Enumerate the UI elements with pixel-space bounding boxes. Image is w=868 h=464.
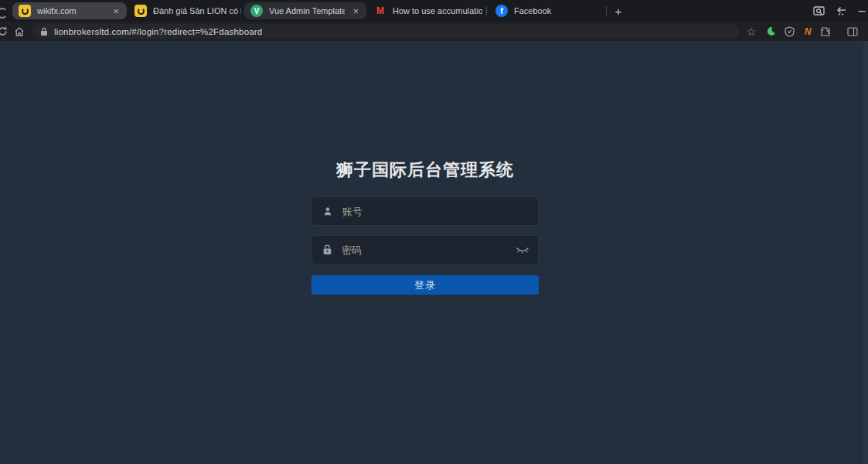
address-bar[interactable]: lionbrokersltd.com/#/login?redirect=%2Fd… [32,24,739,39]
username-field[interactable] [311,196,539,226]
wikifx-favicon [19,5,31,17]
browser-window: wikifx.com × Đánh giá Sàn LION có lừa đả… [0,0,868,464]
bookmark-star-icon[interactable]: ☆ [743,22,760,41]
tab-title: Đánh giá Sàn LION có lừa đảo kh [153,6,241,15]
tab-title: Facebook [514,6,557,15]
wikifx-favicon [134,5,147,17]
https-lock-icon [40,27,48,36]
tab-vue-admin-active[interactable]: V Vue Admin Template × [244,2,366,19]
browser-toolbar: lionbrokersltd.com/#/login?redirect=%2Fd… [0,22,868,41]
url-text: lionbrokersltd.com/#/login?redirect=%2Fd… [54,27,262,36]
page-scrollbar[interactable] [863,41,868,464]
user-icon [322,206,333,217]
close-icon[interactable]: × [111,6,121,16]
tab-title: How to use accumulation, manipu [393,6,482,15]
home-icon[interactable] [11,22,28,41]
n-extension-icon[interactable]: N [799,22,816,41]
tab-wikifx[interactable]: wikifx.com × [12,2,127,19]
dark-mode-moon-icon[interactable] [762,22,779,41]
eye-closed-icon[interactable] [516,246,529,254]
password-input[interactable] [340,244,538,257]
tab-title: wikifx.com [37,6,105,15]
tab-separator [486,6,487,15]
password-field[interactable] [311,235,539,264]
lock-icon [322,244,332,255]
facebook-favicon: f [495,5,508,17]
vue-favicon: V [250,5,263,17]
username-input[interactable] [341,205,538,218]
arrow-back-dotted-icon[interactable] [831,0,851,22]
shield-extension-icon[interactable] [781,22,798,41]
side-panel-icon[interactable] [844,22,861,41]
tab-gmail[interactable]: M How to use accumulation, manipu [368,2,482,19]
login-button[interactable]: 登录 [311,275,539,295]
tab-danh-gia[interactable]: Đánh giá Sàn LION có lừa đảo kh [128,2,241,19]
tab-search-icon[interactable] [808,0,829,22]
extensions-puzzle-icon[interactable] [817,22,834,41]
gmail-favicon: M [374,5,386,17]
login-page: 狮子国际后台管理系统 登录 [0,41,868,464]
minimize-button[interactable]: – [852,0,868,22]
tab-strip: wikifx.com × Đánh giá Sàn LION có lừa đả… [0,0,868,22]
cut-off-left-icon [0,8,8,19]
reload-icon[interactable] [0,22,11,41]
tab-facebook[interactable]: f Facebook [489,2,563,19]
tab-title: Vue Admin Template [269,6,345,15]
tab-separator [606,6,607,15]
page-title: 狮子国际后台管理系统 [294,159,557,182]
new-tab-button[interactable]: + [610,2,627,19]
close-icon[interactable]: × [351,6,360,16]
